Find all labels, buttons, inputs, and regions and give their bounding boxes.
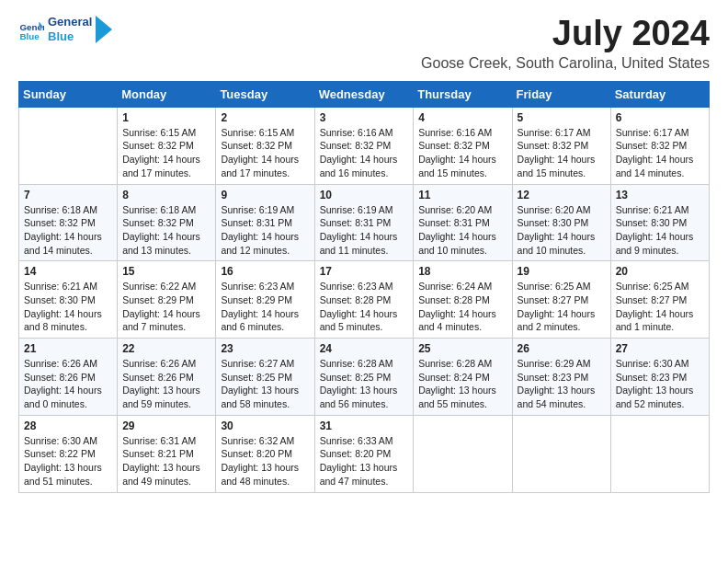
day-number: 27 (616, 342, 704, 355)
day-info: Sunrise: 6:33 AMSunset: 8:20 PMDaylight:… (320, 434, 409, 488)
calendar-week-row: 14Sunrise: 6:21 AMSunset: 8:30 PMDayligh… (19, 261, 710, 339)
day-info: Sunrise: 6:15 AMSunset: 8:32 PMDaylight:… (122, 126, 210, 180)
calendar-cell: 9Sunrise: 6:19 AMSunset: 8:31 PMDaylight… (216, 184, 314, 261)
day-number: 22 (122, 342, 210, 355)
calendar-cell: 7Sunrise: 6:18 AMSunset: 8:32 PMDaylight… (19, 184, 118, 261)
day-number: 13 (616, 189, 704, 201)
calendar-cell: 24Sunrise: 6:28 AMSunset: 8:25 PMDayligh… (314, 339, 414, 416)
month-title: July 2024 (421, 15, 710, 53)
day-number: 11 (418, 189, 506, 201)
calendar-cell: 13Sunrise: 6:21 AMSunset: 8:30 PMDayligh… (610, 184, 709, 261)
day-number: 23 (221, 342, 309, 355)
day-number: 31 (320, 419, 409, 432)
day-info: Sunrise: 6:19 AMSunset: 8:31 PMDaylight:… (221, 203, 309, 258)
calendar-cell: 31Sunrise: 6:33 AMSunset: 8:20 PMDayligh… (314, 415, 414, 492)
calendar-cell: 18Sunrise: 6:24 AMSunset: 8:28 PMDayligh… (414, 261, 512, 339)
calendar-cell: 2Sunrise: 6:15 AMSunset: 8:32 PMDaylight… (216, 107, 314, 184)
calendar-cell: 5Sunrise: 6:17 AMSunset: 8:32 PMDaylight… (512, 107, 610, 184)
day-number: 18 (418, 265, 506, 278)
day-info: Sunrise: 6:26 AMSunset: 8:26 PMDaylight:… (122, 357, 210, 411)
logo: General Blue General Blue (18, 15, 112, 43)
calendar-header-friday: Friday (512, 81, 610, 107)
day-info: Sunrise: 6:19 AMSunset: 8:31 PMDaylight:… (320, 203, 409, 258)
calendar-cell: 4Sunrise: 6:16 AMSunset: 8:32 PMDaylight… (414, 107, 512, 184)
calendar-week-row: 1Sunrise: 6:15 AMSunset: 8:32 PMDaylight… (19, 107, 710, 184)
day-info: Sunrise: 6:28 AMSunset: 8:24 PMDaylight:… (418, 357, 506, 411)
calendar-cell: 15Sunrise: 6:22 AMSunset: 8:29 PMDayligh… (118, 261, 216, 339)
day-number: 24 (320, 342, 409, 355)
day-number: 29 (122, 419, 210, 432)
location-title: Goose Creek, South Carolina, United Stat… (421, 55, 710, 72)
day-number: 14 (24, 265, 112, 278)
calendar-header-saturday: Saturday (610, 81, 709, 107)
calendar-cell: 19Sunrise: 6:25 AMSunset: 8:27 PMDayligh… (512, 261, 610, 339)
calendar-cell (414, 415, 512, 492)
calendar-cell: 3Sunrise: 6:16 AMSunset: 8:32 PMDaylight… (314, 107, 414, 184)
day-info: Sunrise: 6:26 AMSunset: 8:26 PMDaylight:… (24, 357, 112, 411)
calendar-cell: 17Sunrise: 6:23 AMSunset: 8:28 PMDayligh… (314, 261, 414, 339)
day-number: 15 (122, 265, 210, 278)
calendar-cell: 12Sunrise: 6:20 AMSunset: 8:30 PMDayligh… (512, 184, 610, 261)
calendar-cell: 25Sunrise: 6:28 AMSunset: 8:24 PMDayligh… (414, 339, 512, 416)
day-info: Sunrise: 6:30 AMSunset: 8:23 PMDaylight:… (616, 357, 704, 411)
day-info: Sunrise: 6:32 AMSunset: 8:20 PMDaylight:… (221, 434, 309, 488)
calendar-header-wednesday: Wednesday (314, 81, 414, 107)
svg-text:Blue: Blue (19, 31, 40, 41)
day-info: Sunrise: 6:15 AMSunset: 8:32 PMDaylight:… (221, 126, 309, 180)
day-number: 26 (518, 342, 606, 355)
day-info: Sunrise: 6:20 AMSunset: 8:31 PMDaylight:… (418, 203, 506, 258)
day-number: 6 (616, 111, 704, 124)
calendar-cell (512, 415, 610, 492)
calendar-cell: 11Sunrise: 6:20 AMSunset: 8:31 PMDayligh… (414, 184, 512, 261)
calendar-cell: 20Sunrise: 6:25 AMSunset: 8:27 PMDayligh… (610, 261, 709, 339)
day-number: 4 (418, 111, 506, 124)
day-number: 16 (221, 265, 309, 278)
calendar-header-thursday: Thursday (414, 81, 512, 107)
day-info: Sunrise: 6:23 AMSunset: 8:28 PMDaylight:… (320, 280, 409, 334)
day-info: Sunrise: 6:16 AMSunset: 8:32 PMDaylight:… (320, 126, 409, 180)
day-number: 28 (24, 419, 112, 432)
calendar-week-row: 7Sunrise: 6:18 AMSunset: 8:32 PMDaylight… (19, 184, 710, 261)
calendar-week-row: 28Sunrise: 6:30 AMSunset: 8:22 PMDayligh… (19, 415, 710, 492)
calendar-header-tuesday: Tuesday (216, 81, 314, 107)
logo-arrow-icon (96, 16, 112, 43)
day-info: Sunrise: 6:20 AMSunset: 8:30 PMDaylight:… (518, 203, 606, 258)
calendar-week-row: 21Sunrise: 6:26 AMSunset: 8:26 PMDayligh… (19, 339, 710, 416)
day-number: 2 (221, 111, 309, 124)
day-number: 1 (122, 111, 210, 124)
day-number: 19 (518, 265, 606, 278)
day-info: Sunrise: 6:31 AMSunset: 8:21 PMDaylight:… (122, 434, 210, 488)
title-area: July 2024 Goose Creek, South Carolina, U… (421, 15, 710, 72)
day-number: 10 (320, 189, 409, 201)
day-number: 8 (122, 189, 210, 201)
day-info: Sunrise: 6:29 AMSunset: 8:23 PMDaylight:… (518, 357, 606, 411)
day-number: 17 (320, 265, 409, 278)
calendar-cell (610, 415, 709, 492)
day-number: 9 (221, 189, 309, 201)
calendar-cell: 22Sunrise: 6:26 AMSunset: 8:26 PMDayligh… (118, 339, 216, 416)
day-number: 12 (518, 189, 606, 201)
day-info: Sunrise: 6:18 AMSunset: 8:32 PMDaylight:… (122, 203, 210, 258)
day-number: 5 (518, 111, 606, 124)
day-info: Sunrise: 6:17 AMSunset: 8:32 PMDaylight:… (518, 126, 606, 180)
calendar-header-row: SundayMondayTuesdayWednesdayThursdayFrid… (19, 81, 710, 107)
day-info: Sunrise: 6:24 AMSunset: 8:28 PMDaylight:… (418, 280, 506, 334)
logo-blue: Blue (48, 29, 92, 44)
calendar-cell: 30Sunrise: 6:32 AMSunset: 8:20 PMDayligh… (216, 415, 314, 492)
day-number: 20 (616, 265, 704, 278)
day-number: 30 (221, 419, 309, 432)
logo-general: General (48, 15, 92, 29)
calendar-cell: 27Sunrise: 6:30 AMSunset: 8:23 PMDayligh… (610, 339, 709, 416)
calendar-cell: 16Sunrise: 6:23 AMSunset: 8:29 PMDayligh… (216, 261, 314, 339)
day-info: Sunrise: 6:16 AMSunset: 8:32 PMDaylight:… (418, 126, 506, 180)
svg-marker-3 (96, 16, 112, 43)
calendar-header-monday: Monday (118, 81, 216, 107)
day-info: Sunrise: 6:18 AMSunset: 8:32 PMDaylight:… (24, 203, 112, 258)
calendar-header-sunday: Sunday (19, 81, 118, 107)
calendar-cell: 8Sunrise: 6:18 AMSunset: 8:32 PMDaylight… (118, 184, 216, 261)
day-info: Sunrise: 6:28 AMSunset: 8:25 PMDaylight:… (320, 357, 409, 411)
calendar-cell: 6Sunrise: 6:17 AMSunset: 8:32 PMDaylight… (610, 107, 709, 184)
day-number: 3 (320, 111, 409, 124)
day-info: Sunrise: 6:21 AMSunset: 8:30 PMDaylight:… (24, 280, 112, 334)
day-info: Sunrise: 6:17 AMSunset: 8:32 PMDaylight:… (616, 126, 704, 180)
